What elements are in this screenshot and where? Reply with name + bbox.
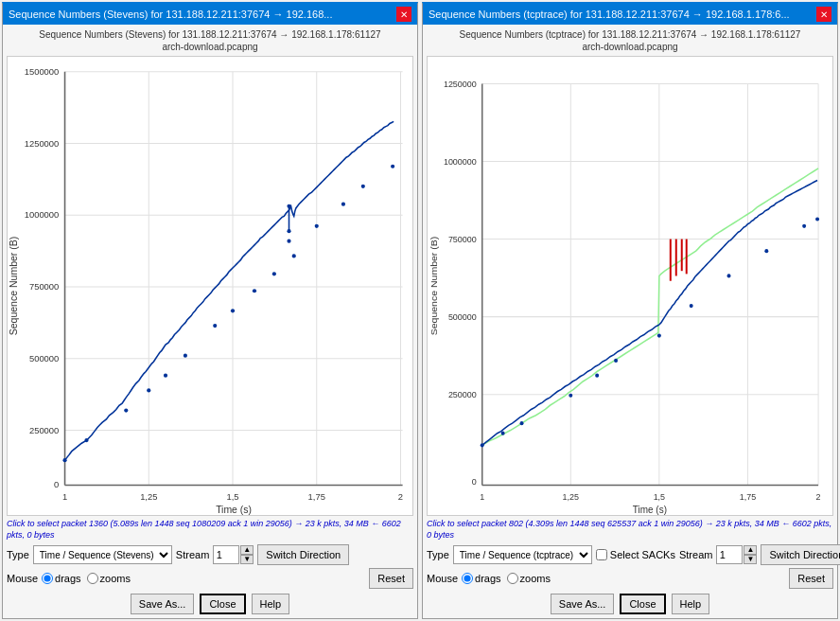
radio-zooms-input-tcptrace[interactable] [507, 573, 518, 584]
svg-point-85 [802, 224, 806, 228]
svg-text:1,25: 1,25 [563, 492, 579, 502]
spin-up-stevens[interactable]: ▲ [240, 545, 254, 555]
radio-zooms-stevens[interactable]: zooms [87, 573, 131, 584]
subtitle-line1-stevens: Sequence Numbers (Stevens) for 131.188.1… [7, 28, 413, 41]
svg-point-31 [164, 374, 167, 378]
spin-down-stevens[interactable]: ▼ [240, 555, 254, 564]
svg-point-86 [815, 217, 819, 221]
reset-button-tcptrace[interactable]: Reset [789, 568, 833, 589]
titlebar-tcptrace: Sequence Numbers (tcptrace) for 131.188.… [423, 4, 837, 25]
svg-text:2: 2 [816, 492, 821, 502]
svg-point-37 [292, 254, 296, 257]
window-body-stevens: Sequence Numbers (Stevens) for 131.188.1… [3, 25, 417, 618]
chart-svg-stevens: 1500000 1250000 1000000 750000 500000 25… [8, 57, 412, 515]
bottom-buttons-stevens: Save As... Close Help [7, 594, 413, 614]
status-tcptrace: Click to select packet 802 (4.309s len 1… [427, 519, 833, 541]
svg-text:Sequence Number (B): Sequence Number (B) [9, 237, 19, 336]
svg-point-30 [147, 388, 150, 392]
subtitle-line2-tcptrace: arch-download.pcapng [427, 41, 833, 53]
stream-input-tcptrace[interactable]: ▲ ▼ [716, 545, 757, 564]
help-button-tcptrace[interactable]: Help [672, 594, 710, 614]
svg-point-78 [569, 394, 572, 398]
tcptrace-window: Sequence Numbers (tcptrace) for 131.188.… [422, 2, 838, 619]
svg-text:1,5: 1,5 [654, 492, 665, 502]
svg-point-83 [727, 274, 731, 277]
stevens-window: Sequence Numbers (Stevens) for 131.188.1… [2, 2, 418, 619]
svg-text:0: 0 [472, 477, 477, 487]
subtitle-line1-tcptrace: Sequence Numbers (tcptrace) for 131.188.… [427, 28, 833, 41]
svg-text:750000: 750000 [448, 234, 477, 243]
svg-point-80 [614, 359, 618, 363]
radio-drags-stevens[interactable]: drags [42, 573, 81, 584]
svg-point-34 [231, 309, 235, 312]
status-stevens: Click to select packet 1360 (5.089s len … [7, 519, 413, 541]
close-btn-stevens[interactable]: Close [200, 594, 245, 614]
zooms-label-stevens: zooms [100, 573, 131, 584]
select-sacks-checkbox-container[interactable]: Select SACKs [596, 549, 675, 560]
stream-number-stevens[interactable] [213, 545, 239, 564]
mouse-label-tcptrace: Mouse [427, 573, 458, 584]
switch-direction-button-tcptrace[interactable]: Switch Direction [761, 544, 840, 565]
svg-text:250000: 250000 [448, 390, 477, 399]
radio-zooms-tcptrace[interactable]: zooms [507, 573, 551, 584]
svg-text:1: 1 [62, 491, 67, 502]
svg-text:1,5: 1,5 [226, 491, 238, 502]
radio-drags-tcptrace[interactable]: drags [462, 573, 501, 584]
reset-button-stevens[interactable]: Reset [369, 568, 413, 589]
close-button-stevens[interactable]: ✕ [396, 7, 411, 22]
svg-point-28 [84, 438, 88, 442]
help-button-stevens[interactable]: Help [252, 594, 290, 614]
svg-text:500000: 500000 [448, 312, 477, 322]
svg-text:Time (s): Time (s) [216, 505, 252, 515]
radio-drags-input-tcptrace[interactable] [462, 573, 473, 584]
chart-tcptrace[interactable]: 1250000 1000000 750000 500000 250000 0 S… [427, 56, 833, 516]
subtitle-tcptrace: Sequence Numbers (tcptrace) for 131.188.… [427, 28, 833, 53]
spin-down-tcptrace[interactable]: ▼ [744, 555, 757, 564]
svg-point-32 [184, 354, 187, 358]
select-sacks-checkbox[interactable] [596, 549, 607, 560]
svg-point-36 [272, 272, 276, 275]
svg-text:250000: 250000 [29, 425, 59, 435]
spin-buttons-tcptrace: ▲ ▼ [744, 545, 757, 564]
svg-point-44 [361, 185, 365, 188]
svg-point-45 [391, 165, 394, 169]
stream-number-tcptrace[interactable] [716, 545, 743, 564]
svg-point-81 [657, 334, 661, 338]
drags-label-stevens: drags [55, 573, 81, 584]
select-sacks-label: Select SACKs [610, 549, 675, 560]
close-btn-tcptrace[interactable]: Close [620, 594, 665, 614]
chart-stevens[interactable]: 1500000 1250000 1000000 750000 500000 25… [7, 56, 413, 516]
spin-buttons-stevens: ▲ ▼ [240, 545, 254, 564]
svg-text:Time (s): Time (s) [633, 505, 667, 515]
svg-text:1,25: 1,25 [140, 491, 157, 502]
bottom-buttons-tcptrace: Save As... Close Help [427, 594, 833, 614]
radio-drags-input-stevens[interactable] [42, 573, 53, 584]
save-as-button-stevens[interactable]: Save As... [131, 594, 195, 614]
type-select-tcptrace[interactable]: Time / Sequence (tcptrace) Time / Sequen… [453, 545, 592, 564]
svg-text:2: 2 [398, 491, 403, 502]
switch-direction-button-stevens[interactable]: Switch Direction [257, 544, 349, 565]
type-select-stevens[interactable]: Time / Sequence (Stevens) Time / Sequenc… [33, 545, 172, 564]
radio-group-tcptrace: drags zooms [462, 573, 551, 584]
controls-row-2-tcptrace: Mouse drags zooms Reset [427, 568, 833, 589]
svg-point-76 [501, 432, 505, 435]
titlebar-title-stevens: Sequence Numbers (Stevens) for 131.188.1… [9, 9, 332, 20]
svg-point-33 [213, 324, 217, 328]
svg-text:750000: 750000 [29, 281, 59, 292]
spin-up-tcptrace[interactable]: ▲ [744, 545, 757, 555]
svg-text:1000000: 1000000 [444, 156, 477, 166]
stream-input-stevens[interactable]: ▲ ▼ [213, 545, 254, 564]
mouse-label-stevens: Mouse [7, 573, 38, 584]
svg-point-77 [520, 421, 524, 425]
svg-point-39 [287, 204, 290, 208]
svg-point-75 [481, 443, 484, 447]
radio-zooms-input-stevens[interactable] [87, 573, 98, 584]
close-button-tcptrace[interactable]: ✕ [816, 7, 831, 22]
chart-svg-tcptrace: 1250000 1000000 750000 500000 250000 0 S… [428, 57, 832, 515]
svg-text:Sequence Number (B): Sequence Number (B) [429, 237, 439, 336]
svg-point-82 [690, 304, 693, 308]
titlebar-title-tcptrace: Sequence Numbers (tcptrace) for 131.188.… [429, 9, 790, 20]
svg-point-27 [62, 458, 66, 462]
controls-row-1-stevens: Type Time / Sequence (Stevens) Time / Se… [7, 544, 413, 565]
save-as-button-tcptrace[interactable]: Save As... [551, 594, 615, 614]
